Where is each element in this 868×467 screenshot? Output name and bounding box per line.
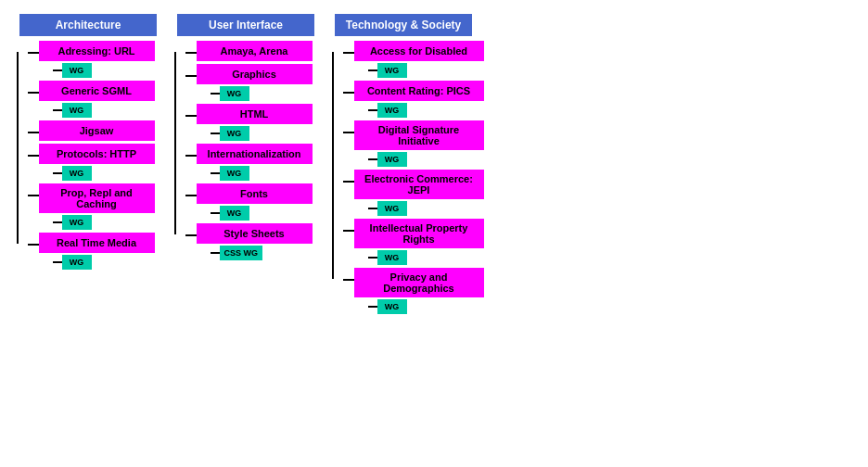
topic-block-1: Generic SGMLWG — [39, 81, 155, 118]
topic-label-5[interactable]: Style Sheets — [197, 223, 313, 244]
topic-label-3[interactable]: Protocols: HTTP — [39, 144, 155, 164]
diagram-container: ArchitectureAdressing: URLWGGeneric SGML… — [0, 0, 868, 331]
wg-badge-5[interactable]: WG — [377, 299, 407, 314]
topic-block-2: Digital Signature InitiativeWG — [354, 120, 484, 167]
topic-label-0[interactable]: Adressing: URL — [39, 41, 155, 61]
tree-wrapper-architecture: Adressing: URLWGGeneric SGMLWGJigsawProt… — [17, 41, 160, 272]
h-connector-line — [185, 115, 197, 117]
topic-row-3: Electronic Commerce: JEPIWG — [343, 170, 484, 216]
wg-h-line — [53, 172, 62, 174]
topic-label-2[interactable]: Digital Signature Initiative — [354, 120, 484, 150]
wg-badge-3[interactable]: WG — [220, 166, 249, 181]
wg-badge-1[interactable]: WG — [220, 86, 249, 101]
topic-row-1: Content Rating: PICSWG — [343, 81, 484, 118]
wg-row: WG — [368, 250, 407, 265]
topic-label-1[interactable]: Generic SGML — [39, 81, 155, 101]
wg-h-line — [368, 306, 377, 308]
column-technology-society: Technology & SocietyAccess for DisabledW… — [329, 14, 478, 317]
wg-badge-1[interactable]: WG — [377, 103, 407, 118]
wg-badge-5[interactable]: WG — [62, 255, 92, 270]
h-connector-line — [343, 52, 354, 54]
h-connector-line — [28, 155, 39, 157]
h-connector-line — [28, 195, 39, 196]
topic-label-5[interactable]: Privacy and Demographics — [354, 268, 484, 297]
topic-row-2: Digital Signature InitiativeWG — [343, 120, 484, 167]
h-connector-line — [185, 52, 197, 54]
topic-row-5: Real Time MediaWG — [28, 233, 160, 270]
h-connector-line — [343, 132, 354, 133]
topic-block-5: Style SheetsCSS WG — [197, 223, 313, 260]
topic-block-4: Intellectual Property RightsWG — [354, 219, 484, 265]
wg-h-line — [368, 257, 377, 259]
wg-badge-1[interactable]: WG — [62, 103, 92, 118]
topic-block-1: Content Rating: PICSWG — [354, 81, 484, 118]
h-connector-line — [343, 181, 354, 183]
h-connector-line — [28, 244, 39, 246]
topic-label-3[interactable]: Internationalization — [197, 144, 313, 164]
topic-label-1[interactable]: Content Rating: PICS — [354, 81, 484, 101]
topic-label-5[interactable]: Real Time Media — [39, 233, 155, 253]
topic-block-0: Access for DisabledWG — [354, 41, 484, 78]
wg-badge-3[interactable]: WG — [377, 201, 407, 216]
topic-label-0[interactable]: Access for Disabled — [354, 41, 484, 61]
topic-label-3[interactable]: Electronic Commerce: JEPI — [354, 170, 484, 199]
wg-badge-2[interactable]: WG — [377, 152, 407, 167]
topic-label-2[interactable]: Jigsaw — [39, 120, 155, 141]
topics-col-technology-society: Access for DisabledWGContent Rating: PIC… — [343, 41, 484, 317]
wg-row: WG — [53, 215, 92, 230]
topic-block-0: Adressing: URLWG — [39, 41, 155, 78]
wg-row: WG — [368, 201, 407, 216]
wg-h-line — [53, 109, 62, 111]
v-connector-line — [174, 52, 176, 234]
topic-row-1: GraphicsWG — [185, 64, 318, 101]
wg-row: WG — [368, 63, 407, 78]
column-header-technology-society: Technology & Society — [335, 14, 472, 36]
topic-row-2: Jigsaw — [28, 120, 160, 141]
topic-label-1[interactable]: Graphics — [197, 64, 313, 84]
wg-row: WG — [211, 206, 249, 221]
wg-row: WG — [211, 86, 249, 101]
topic-row-1: Generic SGMLWG — [28, 81, 160, 118]
wg-badge-4[interactable]: WG — [377, 250, 407, 265]
topics-col-architecture: Adressing: URLWGGeneric SGMLWGJigsawProt… — [28, 41, 160, 272]
column-user-interface: User InterfaceAmaya, ArenaGraphicsWGHTML… — [172, 14, 320, 317]
topic-block-4: Prop, Repl and CachingWG — [39, 183, 155, 230]
h-connector-line — [185, 195, 197, 196]
wg-badge-3[interactable]: WG — [62, 166, 92, 181]
wg-row: WG — [211, 166, 249, 181]
wg-row: WG — [368, 152, 407, 167]
wg-row: WG — [53, 255, 92, 270]
wg-badge-2[interactable]: WG — [220, 126, 249, 141]
column-header-user-interface: User Interface — [177, 14, 314, 36]
wg-h-line — [211, 93, 220, 95]
wg-row: WG — [53, 103, 92, 118]
topic-row-0: Amaya, Arena — [185, 41, 318, 61]
topic-label-4[interactable]: Fonts — [197, 183, 313, 204]
tree-wrapper-user-interface: Amaya, ArenaGraphicsWGHTMLWGInternationa… — [174, 41, 318, 263]
h-connector-line — [343, 92, 354, 94]
topic-row-5: Style SheetsCSS WG — [185, 223, 318, 260]
v-connector-line — [332, 52, 334, 279]
topic-row-0: Access for DisabledWG — [343, 41, 484, 78]
wg-h-line — [53, 221, 62, 223]
topic-label-2[interactable]: HTML — [197, 104, 313, 124]
topic-row-4: Intellectual Property RightsWG — [343, 219, 484, 265]
wg-h-line — [53, 69, 62, 71]
h-connector-line — [185, 75, 197, 77]
topic-label-0[interactable]: Amaya, Arena — [197, 41, 313, 61]
column-header-architecture: Architecture — [19, 14, 157, 36]
wg-badge-4[interactable]: WG — [62, 215, 92, 230]
wg-badge-5[interactable]: CSS WG — [220, 246, 263, 260]
wg-badge-0[interactable]: WG — [62, 63, 92, 78]
wg-badge-4[interactable]: WG — [220, 206, 249, 221]
topic-block-4: FontsWG — [197, 183, 313, 221]
h-connector-line — [343, 279, 354, 281]
tree-wrapper-technology-society: Access for DisabledWGContent Rating: PIC… — [332, 41, 476, 317]
topic-row-3: Protocols: HTTPWG — [28, 144, 160, 181]
wg-badge-0[interactable]: WG — [377, 63, 407, 78]
topic-label-4[interactable]: Prop, Repl and Caching — [39, 183, 155, 213]
h-connector-line — [185, 234, 197, 236]
topic-block-2: HTMLWG — [197, 104, 313, 141]
topic-label-4[interactable]: Intellectual Property Rights — [354, 219, 484, 248]
topic-row-5: Privacy and DemographicsWG — [343, 268, 484, 314]
